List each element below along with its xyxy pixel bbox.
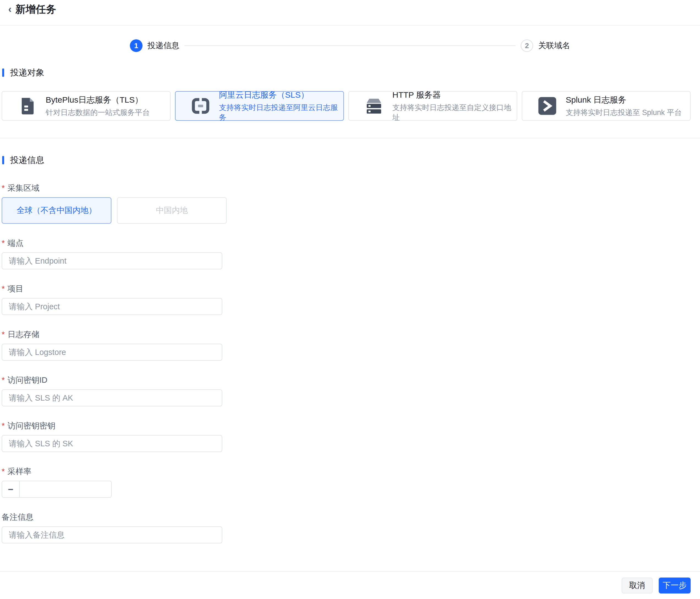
card-text: HTTP 服务器 支持将实时日志投递至自定义接口地址 [392, 90, 517, 122]
step-associated-domain: 2 关联域名 [521, 39, 570, 52]
card-text: BytePlus日志服务（TLS） 针对日志数据的一站式服务平台 [46, 94, 150, 118]
endpoint-label: 端点 [7, 238, 23, 248]
access-key-id-input[interactable] [2, 389, 222, 406]
field-region: * 采集区域 全球（不含中国内地） 中国内地 [2, 183, 700, 224]
brackets-icon [191, 96, 211, 116]
region-option-global[interactable]: 全球（不含中国内地） [2, 197, 111, 224]
card-byteplus-tls-name: BytePlus日志服务（TLS） [46, 94, 150, 106]
field-access-key-id: * 访问密钥ID [2, 375, 700, 406]
chevron-icon [537, 96, 557, 116]
section-divider [0, 138, 700, 139]
sample-rate-stepper: − % + [2, 481, 112, 498]
step-delivery-info: 1 投递信息 [130, 39, 179, 52]
card-byteplus-tls-desc: 针对日志数据的一站式服务平台 [46, 107, 150, 118]
delivery-target-cards: BytePlus日志服务（TLS） 针对日志数据的一站式服务平台 阿里云日志服务… [2, 91, 691, 121]
field-project: * 项目 [2, 284, 700, 315]
logstore-label-row: * 日志存储 [2, 329, 700, 339]
required-mark: * [2, 466, 5, 476]
sample-rate-label-row: * 采样率 [2, 466, 700, 476]
delivery-info-form: * 采集区域 全球（不含中国内地） 中国内地 * 端点 * 项目 * 日志存储 [2, 183, 700, 543]
footer-action-bar: 取消 下一步 [0, 571, 700, 599]
required-mark: * [2, 284, 5, 294]
delivery-info-section-header: 投递信息 [2, 154, 700, 166]
project-input[interactable] [2, 298, 222, 315]
card-text: Splunk 日志服务 支持将实时日志投递至 Splunk 平台 [566, 94, 682, 118]
field-sample-rate: * 采样率 − % + [2, 466, 700, 498]
section-accent-bar [2, 156, 4, 164]
field-remark: 备注信息 [2, 512, 700, 543]
remark-input[interactable] [2, 526, 222, 543]
stepper-minus-button[interactable]: − [2, 481, 19, 497]
card-text: 阿里云日志服务（SLS） 支持将实时日志投递至阿里云日志服务 [219, 90, 343, 122]
field-logstore: * 日志存储 [2, 329, 700, 361]
server-icon [364, 96, 384, 116]
project-label: 项目 [7, 284, 23, 294]
card-splunk-desc: 支持将实时日志投递至 Splunk 平台 [566, 107, 682, 118]
page-header: ‹ 新增任务 [0, 0, 700, 26]
next-step-button[interactable]: 下一步 [659, 577, 691, 594]
region-label-row: * 采集区域 [2, 183, 700, 193]
delivery-target-section-header: 投递对象 [2, 67, 700, 78]
back-icon[interactable]: ‹ [8, 2, 11, 17]
logstore-label: 日志存储 [7, 329, 39, 339]
card-http-server[interactable]: HTTP 服务器 支持将实时日志投递至自定义接口地址 [348, 91, 517, 121]
access-key-id-label: 访问密钥ID [7, 375, 47, 385]
access-key-id-label-row: * 访问密钥ID [2, 375, 700, 385]
project-label-row: * 项目 [2, 284, 700, 294]
region-option-china-mainland[interactable]: 中国内地 [117, 197, 227, 224]
access-key-secret-input[interactable] [2, 435, 222, 452]
remark-label: 备注信息 [2, 512, 33, 522]
stepper-input-wrap: % [19, 481, 112, 497]
card-aliyun-sls-desc: 支持将实时日志投递至阿里云日志服务 [219, 103, 343, 122]
sample-rate-label: 采样率 [7, 466, 31, 476]
logstore-input[interactable] [2, 344, 222, 361]
step-1-circle: 1 [130, 39, 143, 52]
sample-rate-input[interactable] [20, 481, 112, 497]
step-indicator: 1 投递信息 2 关联域名 [130, 39, 570, 52]
delivery-info-title: 投递信息 [10, 154, 44, 166]
section-accent-bar [2, 69, 4, 77]
required-mark: * [2, 238, 5, 248]
document-icon [17, 96, 38, 116]
field-endpoint: * 端点 [2, 238, 700, 269]
delivery-target-title: 投递对象 [10, 67, 44, 78]
card-splunk[interactable]: Splunk 日志服务 支持将实时日志投递至 Splunk 平台 [522, 91, 691, 121]
endpoint-input[interactable] [2, 252, 222, 269]
required-mark: * [2, 421, 5, 431]
step-1-label: 投递信息 [148, 40, 179, 51]
card-http-server-desc: 支持将实时日志投递至自定义接口地址 [392, 103, 517, 122]
remark-label-row: 备注信息 [2, 512, 700, 522]
required-mark: * [2, 375, 5, 385]
card-http-server-name: HTTP 服务器 [392, 90, 517, 101]
access-key-secret-label: 访问密钥密钥 [7, 421, 55, 431]
field-access-key-secret: * 访问密钥密钥 [2, 421, 700, 452]
card-aliyun-sls-name: 阿里云日志服务（SLS） [219, 90, 343, 101]
step-2-circle: 2 [521, 39, 533, 52]
card-aliyun-sls[interactable]: 阿里云日志服务（SLS） 支持将实时日志投递至阿里云日志服务 [175, 91, 344, 121]
region-label: 采集区域 [7, 183, 39, 193]
step-connector-line [184, 45, 516, 46]
region-options: 全球（不含中国内地） 中国内地 [2, 197, 700, 224]
required-mark: * [2, 329, 5, 339]
cancel-button[interactable]: 取消 [622, 577, 653, 594]
card-splunk-name: Splunk 日志服务 [566, 94, 682, 106]
access-key-secret-label-row: * 访问密钥密钥 [2, 421, 700, 431]
page-title: 新增任务 [16, 2, 56, 17]
step-2-label: 关联域名 [538, 40, 570, 51]
required-mark: * [2, 183, 5, 193]
card-byteplus-tls[interactable]: BytePlus日志服务（TLS） 针对日志数据的一站式服务平台 [2, 91, 171, 121]
endpoint-label-row: * 端点 [2, 238, 700, 248]
